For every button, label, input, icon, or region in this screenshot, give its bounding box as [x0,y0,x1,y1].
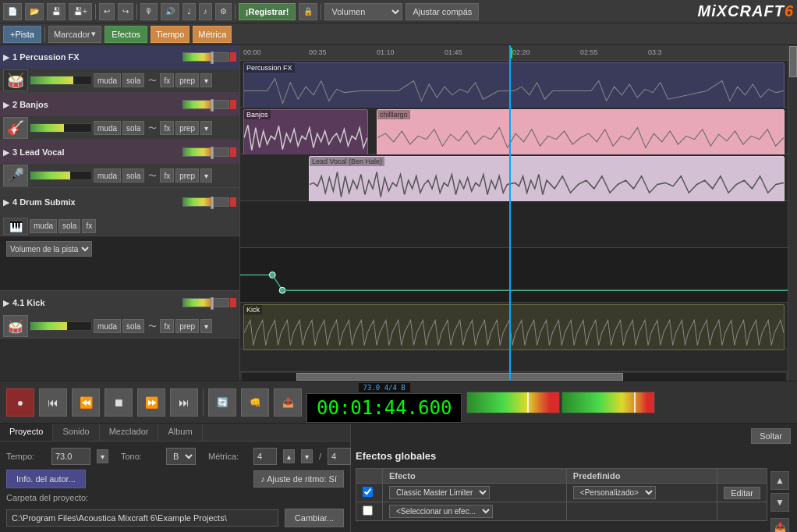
rec-settings-btn[interactable]: 🎙 [140,3,158,20]
effect-0-edit-btn[interactable]: Editar [724,487,760,499]
metrica-num-input[interactable] [253,448,277,465]
change-btn[interactable]: Cambiar... [285,509,344,527]
track-4-fader[interactable] [182,197,229,207]
track-4-sola-btn[interactable]: sola [58,219,80,233]
fast-forward-btn[interactable]: ⏩ [137,388,165,417]
goto-start-btn[interactable]: ⏮ [39,388,67,417]
track-1-sola-btn[interactable]: sola [122,73,144,87]
track-1-fx-btn[interactable]: fx [160,73,174,87]
effect-1-name-select[interactable]: <Seleccionar un efec... [389,505,493,518]
record-btn[interactable]: ● [6,388,34,417]
vertical-scrollbar[interactable] [788,45,797,381]
info-autor-btn[interactable]: Info. del autor... [6,470,86,488]
clip-percussion-fx[interactable]: Percussion FX [243,62,785,108]
soltar-btn[interactable]: Soltar [751,428,791,444]
track-2-expand[interactable]: ▶ [3,100,9,110]
track-3-fader[interactable] [182,147,229,157]
track-4-1-expand[interactable]: ▶ [3,298,9,308]
metrica-den-input[interactable] [328,448,351,465]
track-4-1-fader[interactable] [182,298,229,307]
track-4-1-muda-btn[interactable]: muda [94,319,121,333]
track-4-expand[interactable]: ▶ [3,197,9,207]
track-4-1-fx-btn[interactable]: fx [160,319,174,333]
export-btn[interactable]: 📤 [274,388,302,417]
tab-album[interactable]: Álbum [158,424,202,441]
track-2-sola-btn[interactable]: sola [122,121,144,135]
metric-btn[interactable]: Métrica [193,26,232,43]
effects-col-check [356,469,383,484]
track-3-prep-btn[interactable]: prep [175,168,199,183]
track-3-expand[interactable]: ▶ [3,147,9,158]
h-scroll-track[interactable] [242,373,786,381]
track-2-fx-btn[interactable]: fx [160,121,174,135]
rewind-btn[interactable]: ⏪ [72,388,100,417]
tab-proyecto[interactable]: Proyecto [0,424,53,441]
track-3-muda-btn[interactable]: muda [94,168,121,183]
tono-select[interactable]: B [166,448,196,465]
track-2-wave-icon: 〜 [146,122,158,134]
track-1-expand[interactable]: ▶ [3,52,9,62]
track-4-1-down-btn[interactable]: ▾ [200,319,212,333]
track-1-down-btn[interactable]: ▾ [200,73,212,87]
redo-btn[interactable]: ↪ [118,3,133,20]
tab-sonido[interactable]: Sonido [53,424,99,441]
clip-lead-vocal[interactable]: Lead Vocal (Ben Hale) [309,156,785,202]
tempo-input[interactable] [51,448,90,465]
track-4-1-sola-btn[interactable]: sola [122,319,144,333]
track-2-muda-btn[interactable]: muda [94,121,121,135]
stop-btn[interactable]: ⏹ [104,388,133,417]
tab-mezclador[interactable]: Mezclador [100,424,159,441]
audio-settings-btn[interactable]: 🔊 [161,3,179,20]
track-4-1-prep-btn[interactable]: prep [175,319,199,333]
volume-select[interactable]: Volumen [324,3,402,20]
register-btn[interactable]: ¡Registrar! [239,3,296,20]
ajuste-ritmo-btn[interactable]: ♪ Ajuste de ritmo: Sí [253,470,344,488]
track-3-sola-btn[interactable]: sola [122,168,144,183]
track-1-prep-btn[interactable]: prep [175,73,199,87]
horizontal-scrollbar[interactable] [240,371,788,381]
effect-export-btn[interactable]: 📤 [770,518,789,532]
marker-btn[interactable]: Marcador ▾ [48,26,101,43]
metrica-down-btn[interactable]: ▾ [301,449,313,463]
metrica-up-btn[interactable]: ▴ [283,449,295,463]
track-4-fx-btn[interactable]: fx [82,219,96,233]
track-2-down-btn[interactable]: ▾ [200,121,212,135]
track-2-fader[interactable] [182,100,229,109]
effect-0-name-select[interactable]: Classic Master Limiter [389,486,490,499]
track-1-fader[interactable] [182,52,229,62]
effect-down-btn[interactable]: ▼ [770,493,789,512]
goto-end-btn[interactable]: ⏭ [170,388,198,417]
tempo-down-btn[interactable]: ▾ [97,449,108,463]
punch-btn[interactable]: 👊 [241,388,269,417]
clip-chilllargo[interactable]: chilllargo [377,109,785,155]
h-scroll-thumb[interactable] [296,373,623,381]
track-3-fx-btn[interactable]: fx [160,168,174,183]
effects-btn[interactable]: Efectos [104,26,147,43]
effect-0-checkbox[interactable] [363,487,373,497]
open-btn[interactable]: 📂 [25,3,44,20]
clip-kick[interactable]: Kick [243,304,785,350]
effect-1-checkbox[interactable] [363,505,373,516]
metronome2-btn[interactable]: ♪ [199,3,212,20]
adjust-btn[interactable]: Ajustar compás [406,3,479,20]
metronome-btn[interactable]: ♩ [182,3,196,20]
effect-up-btn[interactable]: ▲ [770,471,789,490]
save-btn[interactable]: 💾 [47,3,66,20]
effect-0-preset-select[interactable]: <Personalizado> [573,486,656,499]
lock-btn[interactable]: 🔒 [299,3,317,20]
track-2-prep-btn[interactable]: prep [175,121,199,135]
track-4-muda-btn[interactable]: muda [30,219,57,233]
track-3-down-btn[interactable]: ▾ [200,168,212,183]
loop-btn[interactable]: 🔄 [208,388,236,417]
track-1-muda-btn[interactable]: muda [94,73,121,87]
automation-select[interactable]: Volumen de la pista [6,241,92,257]
v-scroll-thumb[interactable] [789,46,797,77]
save-as-btn[interactable]: 💾+ [69,3,92,20]
add-track-btn[interactable]: +Pista [3,26,41,43]
undo-btn[interactable]: ↩ [99,3,115,20]
clip-banjos[interactable]: Banjos [243,109,368,155]
tono-label: Tono: [121,452,160,461]
new-btn[interactable]: 📄 [3,3,22,20]
settings-btn[interactable]: ⚙ [215,3,232,20]
time-btn[interactable]: Tiempo [151,26,190,43]
